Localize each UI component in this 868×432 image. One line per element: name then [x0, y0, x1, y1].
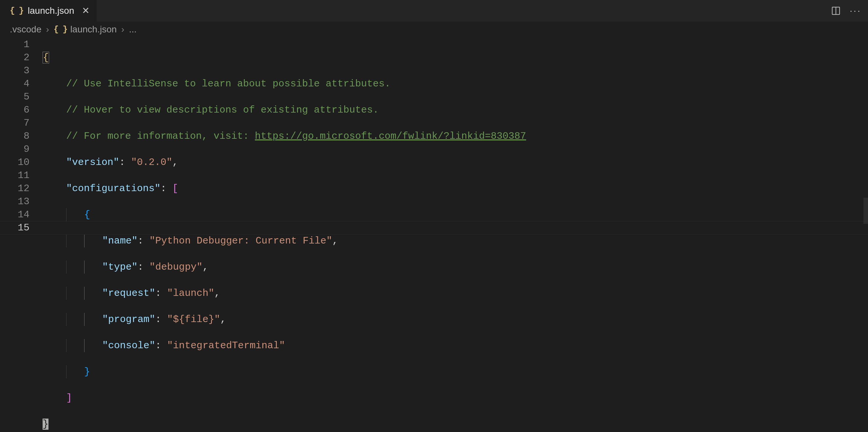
line-number: 6 [0, 103, 29, 117]
code-brace: } [84, 366, 90, 377]
code-punct: , [332, 235, 338, 246]
line-number: 3 [0, 64, 29, 77]
code-token-brace: { [42, 52, 49, 64]
line-number: 4 [0, 77, 29, 90]
split-editor-icon[interactable] [830, 5, 842, 17]
code-key: "program" [102, 314, 155, 325]
code-brace: { [84, 209, 90, 220]
code-token-brace: } [42, 419, 49, 430]
line-number: 15 [0, 221, 29, 234]
line-number: 14 [0, 208, 29, 221]
line-number-gutter: 1 2 3 4 5 6 7 8 9 10 11 12 13 14 15 [0, 37, 42, 432]
code-punct: : [155, 288, 161, 299]
scrollbar-vertical[interactable] [863, 198, 868, 224]
line-number: 5 [0, 90, 29, 103]
code-punct: , [172, 157, 178, 168]
doc-link[interactable]: https://go.microsoft.com/fwlink/?linkid=… [255, 131, 526, 142]
code-string: "0.2.0" [131, 157, 172, 168]
chevron-right-icon: › [46, 24, 49, 35]
chevron-right-icon: › [121, 24, 124, 35]
code-punct: : [160, 183, 166, 194]
editor-title-actions: ··· [830, 0, 862, 22]
code-punct: , [220, 314, 226, 325]
line-number: 13 [0, 195, 29, 208]
code-key: "configurations" [66, 183, 160, 194]
line-number: 10 [0, 156, 29, 169]
close-icon[interactable]: ✕ [82, 6, 89, 15]
code-punct: : [137, 262, 144, 273]
code-punct: : [155, 340, 161, 351]
tab-label: launch.json [28, 6, 74, 16]
line-number: 9 [0, 143, 29, 156]
breadcrumb-folder[interactable]: .vscode [10, 24, 41, 35]
code-punct: : [119, 157, 125, 168]
code-key: "console" [102, 340, 155, 351]
line-number: 11 [0, 169, 29, 182]
breadcrumb-file[interactable]: { } launch.json [54, 24, 117, 35]
code-bracket: ] [66, 392, 72, 403]
line-number: 7 [0, 117, 29, 130]
code-comment: // Use IntelliSense to learn about possi… [66, 78, 391, 89]
code-key: "request" [102, 288, 155, 299]
code-key: "name" [102, 235, 137, 246]
breadcrumb: .vscode › { } launch.json › ... [0, 22, 868, 37]
line-number: 2 [0, 51, 29, 64]
code-key: "version" [66, 157, 119, 168]
more-actions-icon[interactable]: ··· [850, 5, 862, 17]
code-punct: : [155, 314, 161, 325]
code-punct: : [137, 235, 144, 246]
line-number: 12 [0, 182, 29, 195]
breadcrumb-trail-label: ... [129, 24, 136, 35]
code-editor[interactable]: 1 2 3 4 5 6 7 8 9 10 11 12 13 14 15 { //… [0, 37, 868, 432]
breadcrumb-folder-label: .vscode [10, 24, 41, 35]
line-number: 8 [0, 130, 29, 143]
code-comment: // For more information, visit: [66, 131, 255, 142]
code-string: "launch" [167, 288, 214, 299]
line-number: 1 [0, 38, 29, 51]
code-string: "${file}" [167, 314, 220, 325]
code-bracket: [ [172, 183, 178, 194]
tab-launch-json[interactable]: { } launch.json ✕ [0, 0, 97, 22]
code-key: "type" [102, 262, 137, 273]
code-punct: , [214, 288, 220, 299]
breadcrumb-file-label: launch.json [70, 24, 117, 35]
code-comment: // Hover to view descriptions of existin… [66, 104, 379, 115]
code-string: "Python Debugger: Current File" [149, 235, 332, 246]
tab-bar: { } launch.json ✕ ··· [0, 0, 868, 22]
code-string: "integratedTerminal" [167, 340, 285, 351]
code-string: "debugpy" [149, 262, 203, 273]
breadcrumb-trail[interactable]: ... [129, 24, 136, 35]
code-content[interactable]: { // Use IntelliSense to learn about pos… [42, 37, 868, 432]
json-file-icon: { } [54, 25, 67, 34]
json-file-icon: { } [10, 6, 23, 16]
code-punct: , [203, 262, 208, 273]
